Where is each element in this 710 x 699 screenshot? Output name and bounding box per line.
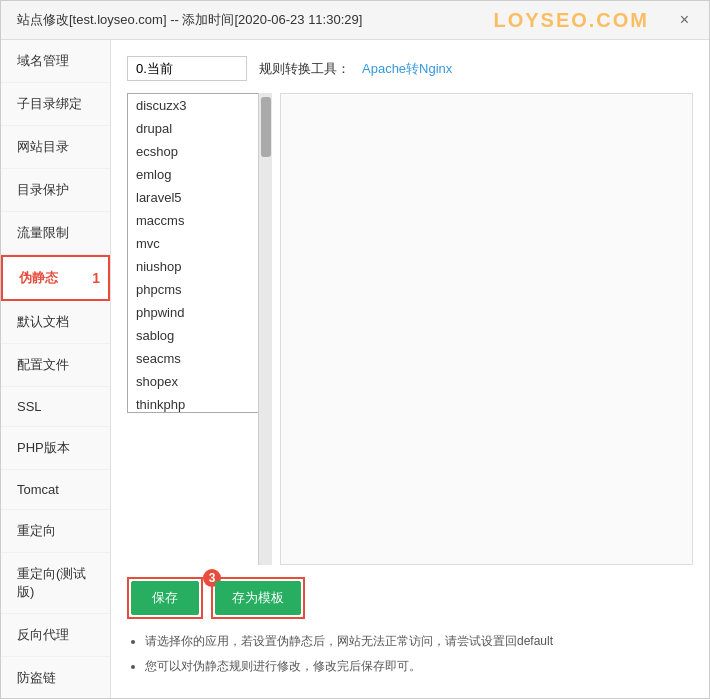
- rule-tool-link[interactable]: Apache转Nginx: [362, 60, 452, 78]
- rule-editor-textarea[interactable]: [289, 102, 684, 556]
- template-button[interactable]: 存为模板: [215, 581, 301, 615]
- template-button-wrapper: 3 存为模板: [211, 577, 305, 619]
- dropdown-item-niushop[interactable]: niushop: [128, 255, 271, 278]
- content-editor[interactable]: [280, 93, 693, 565]
- dropdown-item-discuzx3[interactable]: discuzx3: [128, 94, 271, 117]
- dropdown-item-phpwind[interactable]: phpwind: [128, 301, 271, 324]
- sidebar-item-reverse-proxy[interactable]: 反向代理: [1, 614, 110, 657]
- sidebar-item-redirect-test[interactable]: 重定向(测试版): [1, 553, 110, 614]
- editor-row: discuzx3 drupal ecshop emlog laravel5 ma…: [127, 93, 693, 565]
- sidebar-item-subdir[interactable]: 子目录绑定: [1, 83, 110, 126]
- sidebar-item-hotlink[interactable]: 防盗链: [1, 657, 110, 698]
- sidebar-item-ratelimit[interactable]: 流量限制: [1, 212, 110, 255]
- dropdown-item-sablog[interactable]: sablog: [128, 324, 271, 347]
- save-button-wrapper: 保存: [127, 577, 203, 619]
- sidebar-active-badge: 1: [92, 270, 100, 286]
- sidebar-item-default-doc[interactable]: 默认文档: [1, 301, 110, 344]
- main-content: 0.当前 规则转换工具： Apache转Nginx discuzx3 drupa…: [111, 40, 709, 698]
- button-row: 保存 3 存为模板: [127, 577, 693, 619]
- dropdown-container: discuzx3 drupal ecshop emlog laravel5 ma…: [127, 93, 272, 565]
- dropdown-item-shopex[interactable]: shopex: [128, 370, 271, 393]
- notes-section: 请选择你的应用，若设置伪静态后，网站无法正常访问，请尝试设置回default 您…: [127, 631, 693, 682]
- note1-text: 请选择你的应用，若设置伪静态后，网站无法正常访问，请尝试设置回default: [145, 634, 553, 648]
- version-select[interactable]: 0.当前: [127, 56, 247, 81]
- dropdown-item-seacms[interactable]: seacms: [128, 347, 271, 370]
- dropdown-item-laravel5[interactable]: laravel5: [128, 186, 271, 209]
- sidebar-item-website[interactable]: 网站目录: [1, 126, 110, 169]
- dropdown-item-emlog[interactable]: emlog: [128, 163, 271, 186]
- dropdown-item-thinkphp[interactable]: thinkphp: [128, 393, 271, 413]
- modal-body: 域名管理 子目录绑定 网站目录 目录保护 流量限制 伪静态 1 默认文档 配置文…: [1, 40, 709, 698]
- modal-title-text: 站点修改[test.loyseo.com] -- 添加时间[2020-06-23…: [17, 12, 362, 27]
- save-button[interactable]: 保存: [131, 581, 199, 615]
- modal-title: 站点修改[test.loyseo.com] -- 添加时间[2020-06-23…: [17, 11, 362, 29]
- note2-text: 您可以对伪静态规则进行修改，修改完后保存即可。: [145, 659, 421, 673]
- sidebar: 域名管理 子目录绑定 网站目录 目录保护 流量限制 伪静态 1 默认文档 配置文…: [1, 40, 111, 698]
- dropdown-item-phpcms[interactable]: phpcms: [128, 278, 271, 301]
- close-button[interactable]: ×: [676, 11, 693, 29]
- dropdown-item-mvc[interactable]: mvc: [128, 232, 271, 255]
- sidebar-item-redirect[interactable]: 重定向: [1, 510, 110, 553]
- dropdown-item-ecshop[interactable]: ecshop: [128, 140, 271, 163]
- dropdown-list[interactable]: discuzx3 drupal ecshop emlog laravel5 ma…: [127, 93, 272, 413]
- dropdown-item-maccms[interactable]: maccms: [128, 209, 271, 232]
- sidebar-item-pseudo[interactable]: 伪静态 1: [1, 255, 110, 301]
- toolbar-row: 0.当前 规则转换工具： Apache转Nginx: [127, 56, 693, 81]
- sidebar-item-phpver[interactable]: PHP版本: [1, 427, 110, 470]
- sidebar-item-pseudo-label: 伪静态: [19, 270, 58, 285]
- modal-header: 站点修改[test.loyseo.com] -- 添加时间[2020-06-23…: [1, 1, 709, 40]
- scrollbar[interactable]: [258, 93, 272, 565]
- dropdown-item-drupal[interactable]: drupal: [128, 117, 271, 140]
- scrollbar-thumb: [261, 97, 271, 157]
- sidebar-item-tomcat[interactable]: Tomcat: [1, 470, 110, 510]
- sidebar-item-dirprotect[interactable]: 目录保护: [1, 169, 110, 212]
- brand-watermark: LOYSEO.COM: [493, 9, 649, 32]
- sidebar-item-domain[interactable]: 域名管理: [1, 40, 110, 83]
- sidebar-item-config[interactable]: 配置文件: [1, 344, 110, 387]
- rule-tool-label: 规则转换工具：: [259, 60, 350, 78]
- sidebar-item-ssl[interactable]: SSL: [1, 387, 110, 427]
- version-select-wrapper: 0.当前: [127, 56, 247, 81]
- modal-window: 站点修改[test.loyseo.com] -- 添加时间[2020-06-23…: [0, 0, 710, 699]
